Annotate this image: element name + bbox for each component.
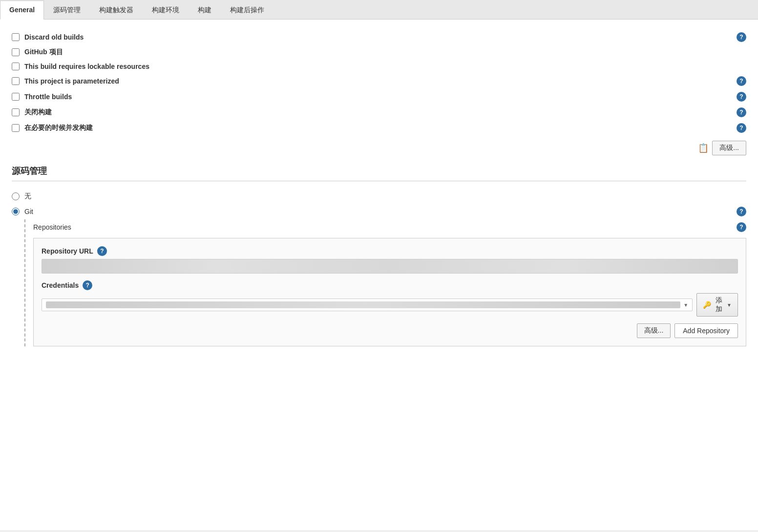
tab-bar: General 源码管理 构建触发器 构建环境 构建 构建后操作 bbox=[0, 0, 758, 20]
radio-none: 无 bbox=[12, 189, 746, 204]
tab-post-build[interactable]: 构建后操作 bbox=[221, 0, 274, 20]
checkbox-throttle-builds-label: Throttle builds bbox=[24, 93, 733, 101]
tab-source-mgmt[interactable]: 源码管理 bbox=[44, 0, 90, 20]
help-icon-disable-build[interactable]: ? bbox=[737, 107, 746, 117]
tab-build-env[interactable]: 构建环境 bbox=[143, 0, 189, 20]
radio-none-label: 无 bbox=[24, 192, 746, 201]
checkbox-lockable-resources-input[interactable] bbox=[12, 63, 20, 70]
checkbox-discard-old-builds-label: Discard old builds bbox=[24, 33, 733, 41]
help-icon-parameterized[interactable]: ? bbox=[737, 76, 746, 86]
radio-git-input[interactable] bbox=[12, 208, 20, 215]
repo-card-footer: 高级... Add Repository bbox=[42, 323, 738, 338]
help-icon-throttle-builds[interactable]: ? bbox=[737, 92, 746, 102]
advanced-icon: 📋 bbox=[696, 141, 710, 155]
repositories-header: Repositories ? bbox=[33, 219, 746, 238]
tab-general[interactable]: General bbox=[0, 0, 44, 20]
checkbox-discard-old-builds: Discard old builds ? bbox=[12, 29, 746, 45]
add-repository-button[interactable]: Add Repository bbox=[674, 323, 738, 338]
checkbox-disable-build: 关闭构建 ? bbox=[12, 105, 746, 120]
add-credentials-label: 添加 bbox=[713, 296, 725, 314]
radio-none-input[interactable] bbox=[12, 192, 20, 200]
checkbox-disable-build-label: 关闭构建 bbox=[24, 108, 733, 117]
tab-build[interactable]: 构建 bbox=[189, 0, 221, 20]
help-icon-concurrent-build[interactable]: ? bbox=[737, 123, 746, 133]
help-icon-repo-url[interactable]: ? bbox=[97, 246, 107, 256]
repository-card: Repository URL ? Credentials ? ▼ bbox=[33, 238, 746, 346]
add-credentials-button[interactable]: 🔑 添加 ▼ bbox=[696, 293, 738, 317]
checkbox-parameterized-label: This project is parameterized bbox=[24, 77, 733, 85]
help-icon-git[interactable]: ? bbox=[737, 207, 746, 216]
key-icon: 🔑 bbox=[703, 301, 711, 309]
repo-advanced-button[interactable]: 高级... bbox=[637, 323, 671, 338]
checkbox-github-project-input[interactable] bbox=[12, 48, 20, 56]
repository-url-field: Repository URL ? bbox=[42, 246, 738, 274]
chevron-down-icon: ▼ bbox=[683, 302, 688, 308]
checkbox-throttle-builds: Throttle builds ? bbox=[12, 89, 746, 105]
repository-url-label-row: Repository URL ? bbox=[42, 246, 738, 256]
repository-url-label: Repository URL bbox=[42, 247, 93, 255]
checkbox-disable-build-input[interactable] bbox=[12, 108, 20, 116]
credentials-row: ▼ 🔑 添加 ▼ bbox=[42, 293, 738, 317]
credentials-value bbox=[46, 301, 680, 308]
repositories-label: Repositories bbox=[33, 223, 733, 231]
checkbox-concurrent-build: 在必要的时候并发构建 ? bbox=[12, 120, 746, 136]
source-control-section-header: 源码管理 bbox=[12, 165, 746, 181]
checkbox-github-project: GitHub 项目 bbox=[12, 45, 746, 60]
add-dropdown-icon: ▼ bbox=[727, 302, 732, 308]
radio-git: Git ? bbox=[12, 204, 746, 219]
checkbox-parameterized-input[interactable] bbox=[12, 77, 20, 85]
help-icon-repositories[interactable]: ? bbox=[737, 222, 746, 232]
repositories-section: Repositories ? Repository URL ? Credenti… bbox=[24, 219, 746, 346]
checkbox-lockable-resources-label: This build requires lockable resources bbox=[24, 63, 746, 70]
credentials-field: Credentials ? ▼ 🔑 添加 ▼ bbox=[42, 280, 738, 317]
checkbox-discard-old-builds-input[interactable] bbox=[12, 33, 20, 41]
radio-git-label: Git bbox=[24, 208, 733, 215]
advanced-btn-row: 📋 高级... bbox=[12, 141, 746, 155]
checkbox-concurrent-build-label: 在必要的时候并发构建 bbox=[24, 124, 733, 132]
advanced-button[interactable]: 高级... bbox=[712, 141, 746, 155]
help-icon-discard-old-builds[interactable]: ? bbox=[737, 32, 746, 42]
credentials-select[interactable]: ▼ bbox=[42, 298, 693, 311]
repository-url-input[interactable] bbox=[42, 259, 738, 274]
checkbox-github-project-label: GitHub 项目 bbox=[24, 48, 746, 57]
checkbox-lockable-resources: This build requires lockable resources bbox=[12, 60, 746, 73]
tab-build-trigger[interactable]: 构建触发器 bbox=[90, 0, 143, 20]
credentials-label-row: Credentials ? bbox=[42, 280, 738, 290]
checkbox-concurrent-build-input[interactable] bbox=[12, 124, 20, 132]
checkbox-throttle-builds-input[interactable] bbox=[12, 93, 20, 101]
credentials-label: Credentials bbox=[42, 281, 79, 289]
checkbox-parameterized: This project is parameterized ? bbox=[12, 73, 746, 89]
main-content: Discard old builds ? GitHub 项目 This buil… bbox=[0, 20, 758, 530]
help-icon-credentials[interactable]: ? bbox=[83, 280, 92, 290]
